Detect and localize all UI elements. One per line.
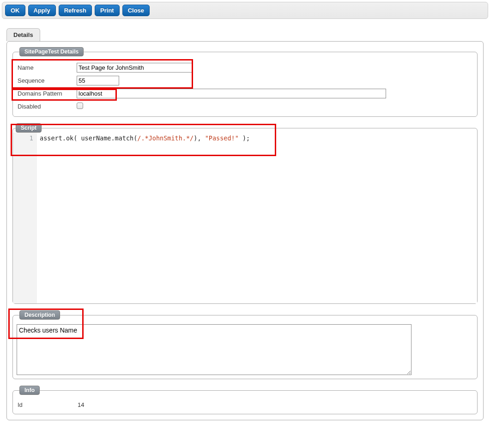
label-sequence: Sequence <box>17 77 77 84</box>
code-text-mid: ), <box>194 134 205 142</box>
ok-button[interactable]: OK <box>5 5 25 16</box>
group-legend-details: SitePageTest Details <box>19 47 84 56</box>
description-textarea[interactable] <box>17 324 411 375</box>
label-id: Id <box>18 401 78 408</box>
label-disabled: Disabled <box>17 103 77 110</box>
group-legend-info: Info <box>19 386 40 395</box>
script-group: Script 1 assert.ok( userName.match(/.*Jo… <box>12 123 478 304</box>
print-button[interactable]: Print <box>95 5 120 16</box>
group-legend-description: Description <box>19 310 60 320</box>
domains-pattern-input[interactable] <box>77 89 386 98</box>
info-group: Info Id 14 <box>12 386 478 414</box>
script-editor[interactable]: 1 assert.ok( userName.match(/.*JohnSmith… <box>13 133 477 303</box>
apply-button[interactable]: Apply <box>28 5 56 16</box>
label-name: Name <box>17 64 77 71</box>
refresh-button[interactable]: Refresh <box>59 5 92 16</box>
value-id: 14 <box>78 401 84 408</box>
code-text-post: ); <box>239 134 250 142</box>
disabled-checkbox[interactable] <box>77 103 83 109</box>
toolbar: OK Apply Refresh Print Close <box>2 2 488 19</box>
description-group: Description <box>12 310 478 379</box>
code-regex: /.*JohnSmith.*/ <box>137 134 194 142</box>
details-panel: SitePageTest Details Name Sequence Domai… <box>6 41 484 420</box>
group-legend-script: Script <box>16 123 42 133</box>
script-code[interactable]: assert.ok( userName.match(/.*JohnSmith.*… <box>37 133 477 303</box>
name-input[interactable] <box>77 63 192 73</box>
tab-details[interactable]: Details <box>6 28 40 41</box>
code-string: "Passed!" <box>205 134 239 142</box>
label-domains-pattern: Domains Pattern <box>17 90 77 97</box>
script-gutter: 1 <box>13 133 37 303</box>
code-text-pre: assert.ok( userName.match( <box>40 134 137 142</box>
sequence-input[interactable] <box>77 76 119 85</box>
close-button[interactable]: Close <box>122 5 150 16</box>
tab-bar: Details <box>6 28 484 41</box>
sitepagetest-details-group: SitePageTest Details Name Sequence Domai… <box>12 47 478 117</box>
